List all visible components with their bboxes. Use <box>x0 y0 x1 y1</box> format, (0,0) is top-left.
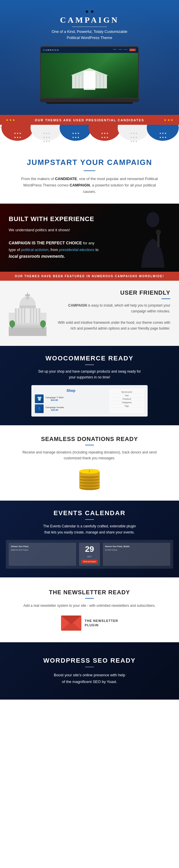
svg-text:★  ★  ★: ★ ★ ★ <box>101 136 108 139</box>
item-name: Campaign T-Shirt <box>45 396 63 399</box>
svg-text:★  ★  ★: ★ ★ ★ <box>43 136 50 139</box>
event-card-sub: Build for the Future <box>11 549 74 551</box>
woo-divider <box>85 365 94 365</box>
svg-text:★  ★  ★: ★ ★ ★ <box>159 140 167 143</box>
bunting-svg: ★ ★ ★ ★ ★ ★ ★ ★ ★ ★ ★ ★ ★ ★ ★ ★ ★ ★ ★ ★ … <box>0 125 179 148</box>
svg-rect-3 <box>78 75 80 88</box>
logo-divider <box>72 27 107 27</box>
presidential-banner: OUR THEMES ARE USED PRESIDENTIAL CANDIDA… <box>0 115 179 125</box>
svg-text:★  ★  ★: ★ ★ ★ <box>101 140 108 143</box>
svg-rect-6 <box>99 75 101 88</box>
svg-point-58 <box>9 320 15 327</box>
event-find-out-btn[interactable]: Find out more <box>81 560 97 563</box>
person-silhouette <box>133 210 173 268</box>
featured-text: OUR THEMES HAVE BEEN FEATURED IN NUMEROU… <box>0 275 179 278</box>
item-price: $24.99 <box>45 399 63 401</box>
svg-rect-39 <box>26 295 29 300</box>
events-mockup: Honor Our Past, Build for the Future 29 … <box>6 540 173 569</box>
svg-rect-7 <box>103 75 104 88</box>
svg-point-36 <box>156 229 161 235</box>
svg-text:★  ★  ★: ★ ★ ★ <box>14 132 21 135</box>
laptop-base <box>40 99 139 102</box>
svg-point-60 <box>40 320 46 327</box>
jumpstart-text: From the makers of CANDIDATE, one of the… <box>17 176 162 195</box>
capitol-svg <box>9 289 46 336</box>
screen-donate-btn: Donate <box>129 49 136 51</box>
newsletter-title: THE NEWSLETTER READY <box>17 589 162 596</box>
shop-items: 👕 Campaign T-Shirt $24.99 👗 Campaign Hoo… <box>35 395 107 413</box>
svg-text:★  ★  ★: ★ ★ ★ <box>43 140 50 143</box>
newsletter-logo: THE NEWSLETTER PLUGIN <box>17 616 162 631</box>
logo-title: CAMPAIGN <box>6 16 173 25</box>
user-friendly-text: CAMPAIGN is easy to install, which will … <box>55 303 170 314</box>
svg-text:★  ★  ★: ★ ★ ★ <box>72 140 79 143</box>
svg-text:★  ★  ★: ★ ★ ★ <box>72 132 79 135</box>
donations-title: SEAMLESS DONATIONS READY <box>17 436 162 442</box>
svg-text:★  ★  ★: ★ ★ ★ <box>130 132 137 135</box>
svg-rect-35 <box>157 233 159 247</box>
item-name2: Campaign Hoodie <box>45 406 64 409</box>
svg-rect-54 <box>10 324 45 327</box>
logo-stars: ★ ★ <box>6 9 173 14</box>
screen-nav-link: About <box>118 49 122 51</box>
donations-text: Receive and manage donations (including … <box>17 450 162 461</box>
svg-rect-5 <box>96 75 97 88</box>
shop-item-info: Campaign T-Shirt $24.99 <box>45 396 63 401</box>
sidebar-item2: Cart <box>111 394 142 397</box>
svg-rect-44 <box>18 308 20 323</box>
screen-content: CAMPAIGN Home About Issues Donate <box>41 47 138 98</box>
svg-text:★  ★  ★: ★ ★ ★ <box>159 136 167 139</box>
svg-rect-45 <box>21 308 22 323</box>
seo-section: WORDPRESS SEO READY Boost your site's on… <box>0 642 179 699</box>
section-divider <box>162 299 170 299</box>
white-house-svg <box>61 61 118 90</box>
newsletter-text: Add a real newsletter system to your sit… <box>17 603 162 609</box>
svg-text:★  ★  ★: ★ ★ ★ <box>43 132 50 135</box>
shop-item: 👗 Campaign Hoodie $44.99 <box>35 404 107 413</box>
user-friendly-section: USER FRIENDLY CAMPAIGN is easy to instal… <box>0 281 179 346</box>
sidebar-item1: My Account <box>111 391 142 394</box>
svg-rect-47 <box>30 308 31 323</box>
seo-title: WORDPRESS SEO READY <box>12 657 167 664</box>
screen-nav-links: Home About Issues Donate <box>113 49 136 51</box>
banner-text: OUR THEMES ARE USED PRESIDENTIAL CANDIDA… <box>35 118 144 122</box>
capitol-image <box>9 289 49 337</box>
event-card-title2: Honor Our Past, Build <box>105 545 168 548</box>
sidebar-item4: Categories <box>111 401 142 404</box>
events-divider <box>85 519 94 520</box>
user-friendly-title: USER FRIENDLY <box>55 289 170 296</box>
featured-banner: OUR THEMES HAVE BEEN FEATURED IN NUMEROU… <box>0 272 179 281</box>
shirt-icon: 👕 <box>35 395 44 403</box>
svg-rect-2 <box>75 75 76 88</box>
sidebar-item3: Checkout <box>111 397 142 401</box>
svg-rect-43 <box>15 308 16 323</box>
svg-marker-8 <box>71 68 108 75</box>
newsletter-brand-line2: PLUGIN <box>85 623 118 627</box>
jumpstart-title: JUMPSTART YOUR CAMPAIGN <box>17 158 162 167</box>
svg-rect-53 <box>12 323 44 324</box>
event-card-sub2: for the Future <box>105 549 168 551</box>
screen-hero-image <box>41 53 138 98</box>
screen-navbar: CAMPAIGN Home About Issues Donate <box>41 47 138 53</box>
svg-rect-55 <box>9 327 46 328</box>
svg-rect-4 <box>82 75 83 88</box>
svg-rect-49 <box>36 308 37 323</box>
svg-text:$: $ <box>89 470 91 473</box>
laptop-bottom <box>46 102 133 104</box>
events-title: EVENTS CALENDAR <box>6 509 173 517</box>
envelope-svg <box>61 616 81 631</box>
laptop-screen: CAMPAIGN Home About Issues Donate <box>40 46 139 99</box>
built-section: BUILT WITH EXPERIENCE We understand poli… <box>0 204 179 272</box>
woocommerce-section: WOOCOMMERCE READY Set up your shop and h… <box>0 346 179 425</box>
events-section: EVENTS CALENDAR The Events Calendar is a… <box>0 501 179 578</box>
newsletter-brand: THE NEWSLETTER PLUGIN <box>85 619 118 628</box>
event-month: OCT <box>87 556 92 558</box>
jumpstart-section: JUMPSTART YOUR CAMPAIGN From the makers … <box>0 149 179 204</box>
event-card-left: Honor Our Past, Build for the Future <box>9 543 76 566</box>
svg-text:★  ★  ★: ★ ★ ★ <box>159 132 167 135</box>
screen-logo: CAMPAIGN <box>43 49 59 51</box>
shop-label: Shop <box>35 389 107 393</box>
event-date-block: 29 OCT Find out more <box>79 543 100 566</box>
svg-point-34 <box>146 212 159 227</box>
shop-item: 👕 Campaign T-Shirt $24.99 <box>35 395 107 403</box>
